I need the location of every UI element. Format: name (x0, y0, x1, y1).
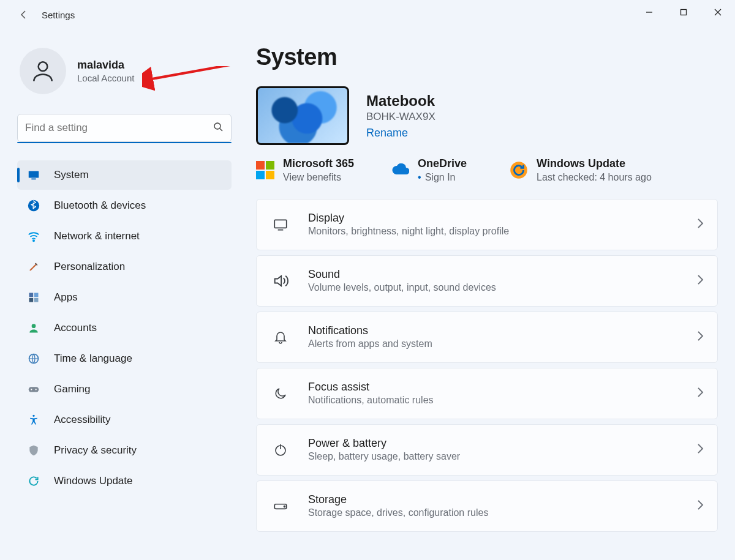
setting-item-sound[interactable]: Sound Volume levels, output, input, soun… (256, 255, 718, 307)
chevron-right-icon (696, 443, 704, 457)
sidebar-item-bluetooth[interactable]: Bluetooth & devices (17, 191, 232, 220)
nav-list: System Bluetooth & devices Network & int… (17, 160, 232, 496)
sidebar-item-accessibility[interactable]: Accessibility (17, 405, 232, 435)
service-sub: View benefits (283, 172, 354, 183)
titlebar: Settings (0, 0, 735, 29)
service-m365[interactable]: Microsoft 365 View benefits (256, 157, 354, 183)
sidebar-item-apps[interactable]: Apps (17, 283, 232, 312)
sidebar-item-label: Personalization (54, 261, 125, 273)
shield-icon (27, 444, 40, 457)
svg-point-26 (284, 506, 285, 507)
setting-sub: Volume levels, output, input, sound devi… (308, 282, 679, 293)
service-title: Windows Update (537, 157, 652, 171)
globe-clock-icon (27, 352, 40, 365)
device-model: BOHK-WAX9X (366, 111, 435, 123)
sidebar-item-time-language[interactable]: Time & language (17, 344, 232, 373)
power-icon (270, 442, 291, 457)
bell-icon (270, 330, 291, 345)
search-icon (213, 122, 223, 134)
sidebar-item-privacy[interactable]: Privacy & security (17, 436, 232, 465)
microsoft-logo-icon (256, 161, 274, 179)
setting-sub: Monitors, brightness, night light, displ… (308, 226, 679, 237)
setting-title: Storage (308, 493, 679, 506)
setting-sub: Notifications, automatic rules (308, 395, 679, 406)
rename-link[interactable]: Rename (366, 127, 408, 140)
avatar (20, 48, 66, 94)
main-panel: System Matebook BOHK-WAX9X Rename Micros… (256, 29, 718, 532)
accessibility-icon (27, 413, 40, 427)
sidebar-item-label: Bluetooth & devices (54, 200, 146, 212)
storage-icon (270, 498, 291, 514)
service-windows-update[interactable]: Windows Update Last checked: 4 hours ago (510, 157, 652, 183)
setting-item-focus-assist[interactable]: Focus assist Notifications, automatic ru… (256, 368, 718, 419)
setting-item-power-battery[interactable]: Power & battery Sleep, battery usage, ba… (256, 424, 718, 476)
bluetooth-icon (27, 199, 40, 212)
user-subtitle: Local Account (77, 73, 134, 83)
svg-point-14 (32, 324, 36, 328)
gamepad-icon (27, 383, 40, 396)
svg-point-9 (33, 240, 34, 241)
update-icon (510, 161, 528, 179)
setting-item-storage[interactable]: Storage Storage space, drives, configura… (256, 480, 718, 532)
person-icon (29, 58, 56, 84)
search-input[interactable] (17, 114, 232, 142)
setting-item-display[interactable]: Display Monitors, brightness, night ligh… (256, 199, 718, 250)
svg-point-17 (31, 389, 32, 390)
svg-rect-21 (274, 220, 287, 228)
sidebar-item-label: Apps (54, 291, 78, 304)
sidebar-item-personalization[interactable]: Personalization (17, 252, 232, 282)
sidebar-item-accounts[interactable]: Accounts (17, 313, 232, 343)
device-header: Matebook BOHK-WAX9X Rename (256, 86, 718, 145)
wifi-icon (27, 230, 40, 243)
sidebar-item-gaming[interactable]: Gaming (17, 375, 232, 404)
maximize-button[interactable] (666, 0, 701, 24)
services-row: Microsoft 365 View benefits OneDrive •Si… (256, 157, 718, 183)
back-button[interactable] (13, 4, 34, 25)
monitor-icon (27, 168, 40, 182)
user-account-block[interactable]: malavida Local Account (17, 29, 232, 113)
service-onedrive[interactable]: OneDrive •Sign In (391, 157, 467, 183)
setting-title: Power & battery (308, 437, 679, 450)
svg-rect-6 (29, 171, 39, 178)
service-title: Microsoft 365 (283, 157, 354, 171)
person-icon (27, 321, 40, 335)
setting-title: Focus assist (308, 381, 679, 394)
svg-point-19 (32, 415, 34, 417)
svg-rect-10 (29, 293, 34, 297)
service-sub: •Sign In (418, 172, 467, 183)
search-box[interactable] (17, 114, 232, 142)
svg-rect-16 (29, 387, 39, 392)
sidebar-item-label: Network & internet (54, 230, 140, 242)
service-title: OneDrive (418, 157, 467, 171)
page-title: System (256, 44, 718, 70)
svg-point-3 (39, 62, 48, 71)
sidebar: malavida Local Account System B (17, 29, 232, 532)
svg-point-20 (510, 162, 527, 179)
setting-title: Display (308, 212, 679, 225)
svg-rect-11 (34, 293, 39, 297)
sidebar-item-windows-update[interactable]: Windows Update (17, 466, 232, 496)
svg-rect-7 (31, 179, 36, 180)
close-button[interactable] (701, 0, 735, 24)
setting-item-notifications[interactable]: Notifications Alerts from apps and syste… (256, 312, 718, 363)
update-icon (27, 474, 40, 488)
setting-sub: Storage space, drives, configuration rul… (308, 507, 679, 518)
app-title: Settings (42, 10, 75, 20)
setting-sub: Sleep, battery usage, battery saver (308, 451, 679, 462)
window-controls (632, 0, 735, 24)
setting-sub: Alerts from apps and system (308, 338, 679, 349)
chevron-right-icon (696, 499, 704, 513)
sidebar-item-system[interactable]: System (17, 160, 232, 190)
display-icon (270, 217, 291, 233)
svg-rect-1 (681, 10, 687, 15)
cloud-icon (391, 163, 409, 177)
chevron-right-icon (696, 387, 704, 400)
sidebar-item-network[interactable]: Network & internet (17, 222, 232, 251)
user-name: malavida (77, 59, 134, 72)
sidebar-item-label: Accounts (54, 322, 97, 334)
sidebar-item-label: Privacy & security (54, 444, 137, 457)
svg-point-4 (214, 123, 221, 129)
minimize-button[interactable] (632, 0, 666, 24)
chevron-right-icon (696, 274, 704, 288)
svg-rect-12 (29, 298, 34, 302)
